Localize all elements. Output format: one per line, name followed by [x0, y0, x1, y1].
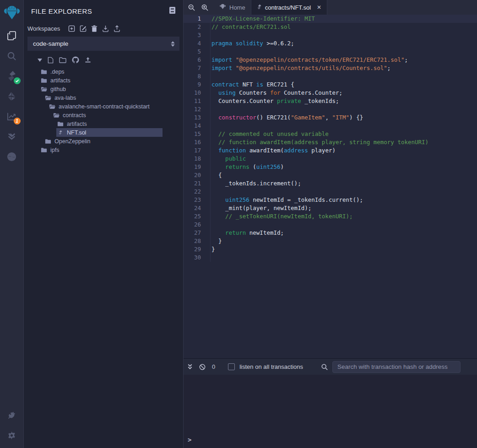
code-line-22: 22	[184, 188, 477, 196]
tree-item-label: ava-labs	[54, 95, 76, 101]
tree-item-avalanche-smart-contract-quickstart[interactable]: avalanche-smart-contract-quickstart	[24, 102, 183, 111]
github-icon[interactable]	[72, 56, 79, 64]
compile-success-badge	[14, 77, 21, 84]
line-content	[210, 221, 211, 229]
create-workspace-icon[interactable]	[68, 25, 75, 32]
new-folder-icon[interactable]	[59, 57, 66, 63]
line-number: 18	[184, 155, 210, 163]
line-number: 20	[184, 171, 210, 179]
folder-closed-icon	[41, 147, 47, 153]
double-chevron-down-icon[interactable]	[187, 364, 193, 370]
line-content	[210, 254, 211, 262]
line-content: }	[210, 245, 215, 254]
ban-icon[interactable]	[199, 364, 206, 370]
tree-item-label: .deps	[50, 69, 65, 75]
line-number: 10	[184, 89, 210, 97]
code-line-11: 11 Counters.Counter private _tokenIds;	[184, 97, 477, 105]
sourcify-icon[interactable]	[3, 146, 21, 167]
new-file-icon[interactable]	[48, 57, 54, 64]
search-icon[interactable]	[3, 46, 21, 66]
line-content	[210, 48, 211, 56]
code-line-9: 9contract NFT is ERC721 {	[184, 81, 477, 89]
tree-item-artifacts[interactable]: artifacts	[24, 119, 183, 128]
tab-nft-sol[interactable]: contracts/NFT.sol ✕	[251, 0, 327, 15]
zoom-out-icon[interactable]	[188, 4, 195, 11]
settings-gear-icon[interactable]	[3, 425, 21, 445]
line-content: function awardItem(address player)	[210, 146, 336, 155]
line-content: pragma solidity >=0.6.2;	[210, 39, 294, 48]
tree-item-ipfs[interactable]: ipfs	[24, 146, 183, 154]
upload-file-icon[interactable]	[85, 57, 91, 63]
select-updown-icon	[171, 41, 175, 47]
folder-open-icon	[41, 86, 47, 92]
tree-item-contracts[interactable]: contracts	[24, 111, 183, 119]
tree-item-ava-labs[interactable]: ava-labs	[24, 93, 183, 102]
line-content: contract NFT is ERC721 {	[210, 81, 294, 89]
code-line-21: 21 _tokenIds.increment();	[184, 179, 477, 188]
delete-workspace-icon[interactable]	[91, 25, 98, 32]
tree-item-artifacts[interactable]: artifacts	[24, 76, 183, 85]
download-workspace-icon[interactable]	[102, 25, 109, 32]
tree-item-github[interactable]: github	[24, 85, 183, 93]
code-line-19: 19 returns (uint256)	[184, 163, 477, 171]
tree-item--deps[interactable]: .deps	[24, 67, 183, 76]
code-line-1: 1//SPDX-License-Identifier: MIT	[184, 15, 477, 23]
line-number: 5	[184, 48, 210, 56]
workspace-select[interactable]: code-sample	[27, 37, 179, 51]
folder-open-icon	[49, 104, 55, 109]
line-content: return newItemId;	[210, 229, 284, 237]
line-content: uint256 newItemId = _tokenIds.current();	[210, 196, 363, 204]
line-number: 23	[184, 196, 210, 204]
line-content	[210, 105, 211, 113]
zoom-in-icon[interactable]	[201, 4, 208, 11]
analytics-icon[interactable]: 1	[3, 106, 21, 126]
line-number: 30	[184, 254, 210, 262]
line-number: 15	[184, 130, 210, 138]
code-line-16: 16 // function awardItem(address player,…	[184, 138, 477, 146]
listen-transactions-checkbox[interactable]	[228, 363, 235, 370]
transaction-search-input[interactable]	[332, 361, 461, 373]
line-content: import "@openzeppelin/contracts/utils/Co…	[210, 64, 390, 72]
code-line-15: 15 // commented out unused variable	[184, 130, 477, 138]
book-icon[interactable]	[169, 6, 176, 16]
line-number: 12	[184, 105, 210, 113]
rename-workspace-icon[interactable]	[80, 25, 87, 32]
restore-workspace-icon[interactable]	[114, 25, 120, 32]
line-number: 6	[184, 56, 210, 64]
close-tab-icon[interactable]: ✕	[317, 4, 321, 11]
line-number: 25	[184, 212, 210, 221]
line-number: 13	[184, 113, 210, 122]
terminal-output[interactable]: >	[184, 375, 477, 448]
line-number: 4	[184, 39, 210, 48]
line-content: _tokenIds.increment();	[210, 179, 301, 188]
line-content: public	[210, 155, 246, 163]
code-line-23: 23 uint256 newItemId = _tokenIds.current…	[184, 196, 477, 204]
code-editor[interactable]: 1//SPDX-License-Identifier: MIT2// contr…	[184, 15, 477, 358]
tree-item-openzeppelin[interactable]: OpenZeppelin	[24, 137, 183, 146]
tab-home[interactable]: Home	[214, 0, 251, 15]
line-content: // function awardItem(address player, st…	[210, 138, 428, 146]
file-tree: .depsartifactsgithubava-labsavalanche-sm…	[24, 66, 183, 154]
line-content: }	[210, 237, 222, 245]
remix-logo-icon[interactable]	[0, 0, 24, 26]
code-line-14: 14	[184, 122, 477, 130]
tree-item-label: ipfs	[50, 147, 59, 153]
line-number: 11	[184, 97, 210, 105]
analytics-count-badge: 1	[14, 118, 21, 124]
tree-item-nft-sol[interactable]: NFT.sol	[24, 128, 183, 137]
plugin-manager-icon[interactable]	[3, 405, 21, 425]
line-number: 2	[184, 23, 210, 31]
file-explorer-icon[interactable]	[3, 26, 21, 46]
deploy-run-icon[interactable]	[3, 86, 21, 106]
code-line-7: 7import "@openzeppelin/contracts/utils/C…	[184, 64, 477, 72]
line-content: //SPDX-License-Identifier: MIT	[210, 15, 315, 23]
pending-tx-count: 0	[212, 363, 215, 370]
code-line-18: 18 public	[184, 155, 477, 163]
unit-testing-icon[interactable]	[3, 126, 21, 146]
terminal-prompt: >	[188, 436, 191, 443]
solidity-tab-icon	[257, 4, 262, 11]
collapse-chevron-icon[interactable]	[38, 59, 42, 62]
code-line-12: 12	[184, 105, 477, 113]
code-line-25: 25 // _setTokenURI(newItemId, tokenURI);	[184, 212, 477, 221]
solidity-compiler-icon[interactable]	[3, 66, 21, 86]
